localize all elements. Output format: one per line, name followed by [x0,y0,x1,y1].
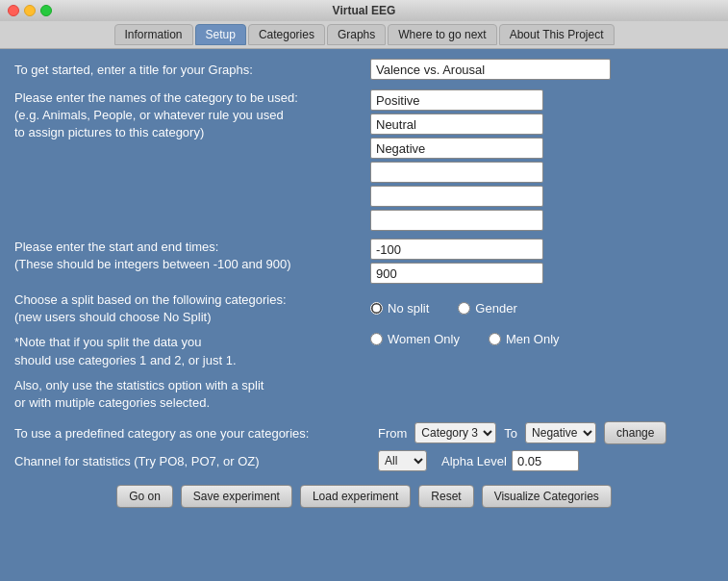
predefined-controls: From Category 3 Category 1 Category 2 Ca… [378,421,666,444]
visualize-button[interactable]: Visualize Categories [482,485,612,508]
time-label: Please enter the start and end times: (T… [14,239,370,273]
category-label: Please enter the names of the category t… [14,89,370,142]
save-button[interactable]: Save experiment [181,485,292,508]
alpha-level-group: Alpha Level [441,450,579,471]
predef-to-select[interactable]: Negative Positive Neutral [525,422,596,443]
predefined-label: To use a predefined category as one your… [14,426,370,441]
end-time-input[interactable] [370,263,543,284]
radio-women-label[interactable]: Women Only [370,332,460,346]
tab-about[interactable]: About This Project [499,24,615,45]
change-button[interactable]: change [604,421,666,444]
split-radio-group: No split Gender [370,301,714,316]
load-button[interactable]: Load experiment [300,485,411,508]
tab-graphs[interactable]: Graphs [327,24,386,45]
channel-label: Channel for statistics (Try PO8, PO7, or… [14,454,370,468]
category-input-2[interactable] [370,114,543,135]
tab-bar: Information Setup Categories Graphs Wher… [0,21,728,49]
footer-buttons: Go on Save experiment Load experiment Re… [14,479,714,514]
split-label: Choose a split based on the following ca… [14,291,370,412]
category-input-3[interactable] [370,138,543,159]
category-input-1[interactable] [370,89,543,111]
category-input-4[interactable] [370,162,543,183]
category-input-6[interactable] [370,210,543,231]
alpha-level-input[interactable] [512,450,579,471]
channel-select[interactable]: All PO8 PO7 OZ [378,450,427,471]
time-row: Please enter the start and end times: (T… [14,239,714,284]
window-title: Virtual EEG [333,4,396,17]
go-on-button[interactable]: Go on [116,485,173,508]
close-button-icon[interactable] [8,5,19,16]
time-inputs [370,239,714,284]
maximize-button-icon[interactable] [40,5,52,16]
tab-where-to-go-next[interactable]: Where to go next [388,24,496,45]
channel-row: Channel for statistics (Try PO8, PO7, or… [14,450,714,471]
radio-no-split[interactable] [370,302,383,315]
graph-title-input[interactable] [370,59,611,80]
radio-gender-label[interactable]: Gender [458,301,516,316]
category-inputs [370,89,714,231]
graph-title-row: To get started, enter a title for your G… [14,59,714,80]
tab-categories[interactable]: Categories [248,24,325,45]
radio-no-split-label[interactable]: No split [370,301,429,316]
predef-from-select[interactable]: Category 3 Category 1 Category 2 Categor… [414,422,496,443]
channel-controls: All PO8 PO7 OZ Alpha Level [378,450,579,471]
radio-gender[interactable] [458,302,470,315]
radio-women[interactable] [370,333,383,345]
tab-setup[interactable]: Setup [195,24,246,45]
tab-information[interactable]: Information [114,24,193,45]
graph-title-label: To get started, enter a title for your G… [14,63,370,77]
split-row: Choose a split based on the following ca… [14,291,714,412]
categories-row: Please enter the names of the category t… [14,89,714,231]
predefined-row: To use a predefined category as one your… [14,421,714,444]
radio-men[interactable] [489,333,501,345]
title-bar: Virtual EEG [0,0,728,21]
start-time-input[interactable] [370,239,543,260]
minimize-button-icon[interactable] [24,5,36,16]
radio-men-label[interactable]: Men Only [489,332,560,346]
split-controls: No split Gender Women Only Men Only [370,291,714,346]
category-input-5[interactable] [370,186,543,207]
traffic-lights [8,5,52,16]
split-radio-group-2: Women Only Men Only [370,332,714,346]
main-content: To get started, enter a title for your G… [0,49,728,578]
reset-button[interactable]: Reset [418,485,473,508]
